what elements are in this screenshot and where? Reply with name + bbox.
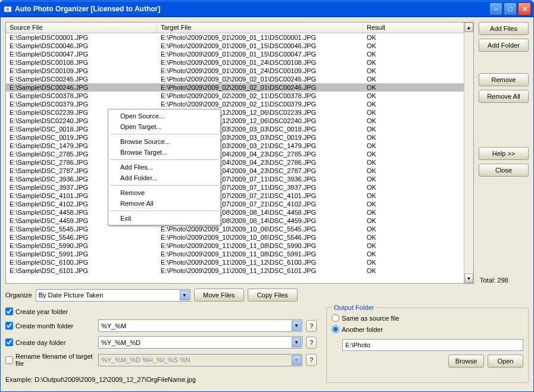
menu-add-files[interactable]: Add Files...: [110, 162, 219, 173]
menu-browse-target[interactable]: Browse Target...: [110, 147, 219, 158]
cell-source: E:\Sample\DSC00109.JPG: [6, 67, 157, 75]
cell-result: OK: [363, 200, 464, 208]
remove-all-button[interactable]: Remove All: [479, 90, 529, 103]
list-row[interactable]: E:\Sample\DSC02239.JPGE:\Photo\2009\2009…: [6, 108, 464, 117]
list-row[interactable]: E:\Sample\DSC00378.JPGE:\Photo\2009\2009…: [6, 92, 464, 100]
menu-browse-source[interactable]: Browse Source...: [110, 136, 219, 147]
maximize-button[interactable]: □: [504, 2, 517, 15]
output-path-input[interactable]: [342, 339, 523, 351]
column-source[interactable]: Source File: [6, 23, 157, 33]
list-row[interactable]: E:\Sample\DSC00245.JPGE:\Photo\2009\2009…: [6, 75, 464, 83]
list-row[interactable]: E:\Sample\DSC_4458.JPGE:\Photo\2009\2009…: [6, 208, 464, 217]
list-row[interactable]: E:\Sample\DSC_4102.JPGE:\Photo\2009\2009…: [6, 200, 464, 208]
menu-exit[interactable]: Exit: [110, 213, 219, 224]
list-row[interactable]: E:\Sample\DSC_1479.JPGE:\Photo\2009\2009…: [6, 142, 464, 150]
menu-remove[interactable]: Remove: [110, 187, 219, 198]
list-row[interactable]: E:\Sample\DSC02240.JPGE:\Photo\2009\2009…: [6, 117, 464, 125]
list-row[interactable]: E:\Sample\DSC_5990.JPGE:\Photo\2009\2009…: [6, 242, 464, 250]
list-row[interactable]: E:\Sample\DSC00046.JPGE:\Photo\2009\2009…: [6, 42, 464, 50]
context-menu[interactable]: Open Source... Open Target... Browse Sou…: [108, 109, 221, 225]
cell-result: OK: [363, 242, 464, 250]
same-as-source-radio[interactable]: Same as source file: [332, 314, 523, 322]
list-row[interactable]: E:\Sample\DSC00246.JPGE:\Photo\2009\2009…: [6, 83, 464, 92]
list-row[interactable]: E:\Sample\DSC_4459.JPGE:\Photo\2009\2009…: [6, 217, 464, 225]
another-folder-radio[interactable]: Another folder: [332, 325, 523, 333]
month-format-combo[interactable]: %Y_%M▼: [98, 319, 302, 332]
column-result[interactable]: Result: [363, 23, 464, 33]
list-row[interactable]: E:\Sample\DSC_2787.JPGE:\Photo\2009\2009…: [6, 167, 464, 175]
cell-result: OK: [363, 217, 464, 225]
list-row[interactable]: E:\Sample\DSC00379.JPGE:\Photo\2009\2009…: [6, 100, 464, 108]
list-header[interactable]: Source File Target File Result: [6, 23, 464, 33]
list-row[interactable]: E:\Sample\DSC_6100.JPGE:\Photo\2009\2009…: [6, 258, 464, 266]
browse-button[interactable]: Browse: [448, 355, 484, 368]
list-row[interactable]: E:\Sample\DSC_5545.JPGE:\Photo\2009\2009…: [6, 225, 464, 233]
list-row[interactable]: E:\Sample\DSC00108.JPGE:\Photo\2009\2009…: [6, 58, 464, 67]
scroll-up-button[interactable]: ▲: [464, 23, 473, 32]
list-row[interactable]: E:\Sample\DSC_3937.JPGE:\Photo\2009\2009…: [6, 183, 464, 192]
menu-open-target[interactable]: Open Target...: [110, 121, 219, 132]
file-list[interactable]: Source File Target File Result E:\Sample…: [5, 22, 474, 284]
chevron-down-icon[interactable]: ▼: [180, 290, 189, 300]
minimize-button[interactable]: –: [489, 2, 502, 15]
cell-source: E:\Sample\DSC_5990.JPG: [6, 242, 157, 250]
day-help-button[interactable]: ?: [306, 337, 317, 349]
list-row[interactable]: E:\Sample\DSC_6101.JPGE:\Photo\2009\2009…: [6, 266, 464, 275]
rename-checkbox[interactable]: Rename filename of target file: [5, 353, 95, 367]
month-folder-checkbox[interactable]: Create month folder: [5, 322, 95, 330]
list-row[interactable]: E:\Sample\DSC00001.JPGE:\Photo\2009\2009…: [6, 33, 464, 42]
cell-result: OK: [363, 92, 464, 100]
day-format-combo[interactable]: %Y_%M_%D▼: [98, 336, 302, 349]
list-row[interactable]: E:\Sample\DSC_5991.JPGE:\Photo\2009\2009…: [6, 250, 464, 258]
rename-help-button[interactable]: ?: [306, 354, 317, 366]
cell-source: E:\Sample\DSC00246.JPG: [6, 83, 157, 92]
column-target[interactable]: Target File: [157, 23, 363, 33]
list-scrollbar[interactable]: ▲ ▼: [464, 23, 473, 283]
menu-remove-all[interactable]: Remove All: [110, 198, 219, 209]
cell-source: E:\Sample\DSC00108.JPG: [6, 58, 157, 67]
list-row[interactable]: E:\Sample\DSC_0018.JPGE:\Photo\2009\2009…: [6, 125, 464, 133]
list-row[interactable]: E:\Sample\DSC00109.JPGE:\Photo\2009\2009…: [6, 67, 464, 75]
close-window-button[interactable]: ✕: [518, 2, 531, 15]
menu-open-source[interactable]: Open Source...: [110, 111, 219, 121]
add-folder-button[interactable]: Add Folder: [479, 39, 529, 52]
cell-result: OK: [363, 108, 464, 117]
add-files-button[interactable]: Add Files: [479, 22, 529, 35]
remove-button[interactable]: Remove: [479, 73, 529, 86]
list-row[interactable]: E:\Sample\DSC_4101.JPGE:\Photo\2009\2009…: [6, 192, 464, 200]
chevron-down-icon[interactable]: ▼: [292, 321, 301, 331]
list-row[interactable]: E:\Sample\DSC_2786.JPGE:\Photo\2009\2009…: [6, 158, 464, 167]
cell-target: E:\Photo\2009\2009_02\2009_02_11\DSC0037…: [157, 92, 363, 100]
cell-result: OK: [363, 158, 464, 167]
open-button[interactable]: Open: [488, 355, 523, 368]
cell-target: E:\Photo\2009\2009_11\2009_11_12\DSC_610…: [157, 258, 363, 266]
chevron-down-icon[interactable]: ▼: [292, 337, 301, 347]
list-row[interactable]: E:\Sample\DSC_3936.JPGE:\Photo\2009\2009…: [6, 175, 464, 183]
cell-target: E:\Photo\2009\2009_02\2009_02_01\DSC0024…: [157, 83, 363, 92]
month-help-button[interactable]: ?: [306, 320, 317, 332]
list-row[interactable]: E:\Sample\DSC_5546.JPGE:\Photo\2009\2009…: [6, 233, 464, 242]
cell-source: E:\Sample\DSC_5546.JPG: [6, 233, 157, 242]
list-row[interactable]: E:\Sample\DSC00047.JPGE:\Photo\2009\2009…: [6, 50, 464, 58]
list-row[interactable]: E:\Sample\DSC_0019.JPGE:\Photo\2009\2009…: [6, 133, 464, 142]
scroll-track[interactable]: [464, 32, 473, 274]
close-button[interactable]: Close: [479, 164, 529, 177]
day-folder-checkbox[interactable]: Create day folder: [5, 338, 95, 346]
cell-source: E:\Sample\DSC00378.JPG: [6, 92, 157, 100]
cell-result: OK: [363, 133, 464, 142]
move-files-button[interactable]: Move Files: [194, 288, 244, 302]
cell-result: OK: [363, 75, 464, 83]
cell-source: E:\Sample\DSC00001.JPG: [6, 33, 157, 42]
scroll-down-button[interactable]: ▼: [464, 274, 473, 283]
copy-files-button[interactable]: Copy Files: [248, 288, 298, 302]
cell-result: OK: [363, 266, 464, 275]
cell-result: OK: [363, 250, 464, 258]
svg-point-1: [7, 8, 10, 11]
titlebar[interactable]: Auto Photo Organizer [Licensed to Author…: [1, 1, 533, 17]
list-row[interactable]: E:\Sample\DSC_2785.JPGE:\Photo\2009\2009…: [6, 150, 464, 158]
help-button[interactable]: Help >>: [479, 147, 529, 160]
menu-add-folder[interactable]: Add Folder...: [110, 173, 219, 183]
cell-result: OK: [363, 150, 464, 158]
organize-combo[interactable]: By Date Picture Taken ▼: [36, 289, 191, 302]
year-folder-checkbox[interactable]: Create year folder: [5, 308, 68, 315]
